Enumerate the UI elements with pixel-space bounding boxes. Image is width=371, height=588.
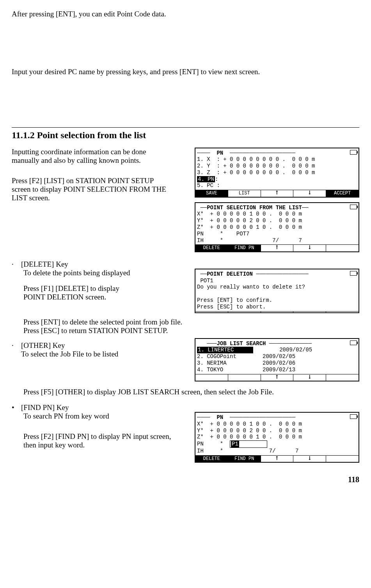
intro-text-2: Input your desired PC name by pressing k… xyxy=(12,67,359,77)
sk-save[interactable]: SAVE xyxy=(195,190,228,196)
sk-empty xyxy=(326,245,359,251)
delete-l2: Press [F1] [DELETE] to display xyxy=(23,284,187,293)
section-rule xyxy=(12,127,359,128)
sk-delete[interactable]: DELETE xyxy=(195,245,228,251)
battery-icon xyxy=(350,205,357,209)
lcd-point-selection: ──POINT SELECTION FROM THE LIST── X* + 0… xyxy=(195,202,359,252)
battery-icon xyxy=(350,271,357,276)
para-1a: Inputting coordinate information can be … xyxy=(12,148,187,156)
lcd-pn-setup: ──── PN ──────────────────── 1. X : + 0 … xyxy=(195,148,359,198)
delete-l4: Press [ENT] to delete the selected point… xyxy=(23,318,359,326)
delete-l3: POINT DELETION screen. xyxy=(23,293,187,301)
section-heading: 11.1.2 Point selection from the list xyxy=(12,130,359,141)
find-l3: then input key word. xyxy=(23,441,187,449)
bullet-icon: · xyxy=(12,260,16,269)
sk-list[interactable]: LIST xyxy=(228,190,261,196)
bullet-icon: · xyxy=(12,341,16,350)
delete-l1: To delete the points being displayed xyxy=(23,269,187,277)
para-2c: LIST screen. xyxy=(12,194,187,202)
other-l1: To select the Job File to be listed xyxy=(21,350,187,358)
delete-l5: Press [ESC] to return STATION POINT SETU… xyxy=(23,326,359,335)
find-l1: To search PN from key word xyxy=(23,412,187,421)
battery-icon xyxy=(350,340,357,345)
intro-text-1: After pressing [ENT], you can edit Point… xyxy=(12,9,359,19)
softkeys-row: SAVE LIST 🠕 🠗 ACCEPT xyxy=(195,190,359,196)
sk-up[interactable]: 🠕 xyxy=(261,245,294,251)
lcd-job-list: ───JOB LIST SEARCH ───────────── 1. LINE… xyxy=(195,338,359,381)
sk-up[interactable]: 🠕 xyxy=(261,190,294,196)
battery-icon xyxy=(350,414,357,419)
page-number: 118 xyxy=(12,475,359,484)
lcd-point-deletion: ──POINT DELETION ──────────────── POT1 D… xyxy=(195,269,359,313)
find-pn-head: [FIND PN] Key xyxy=(21,403,69,412)
para-2b: screen to display POINT SELECTION FROM T… xyxy=(12,185,187,194)
sk-up[interactable]: 🠕 xyxy=(261,456,294,462)
find-l2: Press [F2] [FIND PN] to display PN input… xyxy=(23,432,187,441)
sk-delete[interactable]: DELETE xyxy=(195,456,228,462)
sk-find-pn[interactable]: FIND PN xyxy=(228,456,261,462)
para-1b: manually and also by calling known point… xyxy=(12,156,187,165)
sk-down[interactable]: 🠗 xyxy=(293,456,326,462)
other-key-head: [OTHER] Key xyxy=(21,341,65,350)
bullet-icon: • xyxy=(12,403,16,412)
sk-down[interactable]: 🠗 xyxy=(293,190,326,196)
other-l2: Press [F5] [OTHER] to display JOB LIST S… xyxy=(23,388,359,396)
sk-up[interactable]: 🠕 xyxy=(261,374,294,381)
delete-key-head: [DELETE] Key xyxy=(21,260,68,269)
sk-accept[interactable]: ACCEPT xyxy=(326,190,359,196)
lcd-pn-input: ──── PN ──────────────────── X* + 0 0 0 … xyxy=(195,412,359,463)
battery-icon xyxy=(350,150,357,155)
sk-find-pn[interactable]: FIND PN xyxy=(228,245,261,251)
para-2a: Press [F2] [LIST] on STATION POINT SETUP xyxy=(12,176,187,185)
sk-down[interactable]: 🠗 xyxy=(293,245,326,251)
sk-down[interactable]: 🠗 xyxy=(293,374,326,381)
